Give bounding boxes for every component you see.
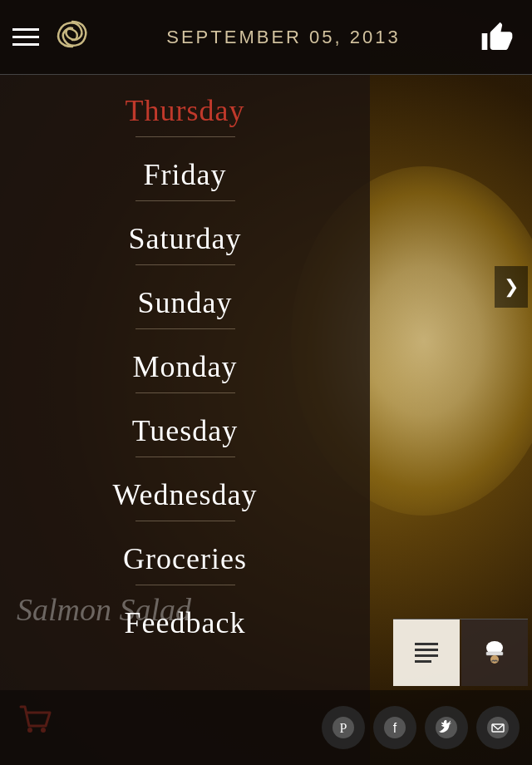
header: SEPTEMBER 05, 2013 (0, 0, 532, 75)
header-left (12, 13, 93, 61)
menu-list-button[interactable] (393, 619, 460, 686)
nav-divider (135, 328, 235, 329)
bottom-action-bar: P f (0, 690, 532, 765)
nav-label-tuesday: Tuesday (132, 413, 239, 448)
menu-list-icon (411, 638, 441, 668)
nav-item-friday[interactable]: Friday (0, 147, 370, 211)
nav-item-tuesday[interactable]: Tuesday (0, 403, 370, 467)
pinterest-icon: P (332, 716, 355, 739)
svg-text:f: f (393, 721, 397, 735)
svg-point-7 (490, 655, 499, 664)
nav-divider (135, 521, 235, 521)
nav-divider (135, 136, 235, 137)
nav-divider (135, 392, 235, 393)
svg-rect-1 (415, 649, 438, 651)
nav-item-groceries[interactable]: Groceries (0, 531, 370, 595)
twitter-icon (435, 716, 458, 739)
nav-item-thursday[interactable]: Thursday (0, 83, 370, 147)
svg-text:P: P (340, 721, 347, 735)
email-button[interactable] (476, 706, 520, 749)
nav-divider (135, 457, 235, 457)
nav-divider (135, 200, 235, 201)
nav-label-friday: Friday (144, 157, 227, 192)
nav-divider (135, 264, 235, 265)
twitter-button[interactable] (425, 706, 468, 749)
svg-rect-0 (415, 643, 438, 645)
svg-rect-2 (415, 654, 438, 657)
nav-item-sunday[interactable]: Sunday (0, 275, 370, 339)
thumbs-up-button[interactable] (474, 14, 520, 60)
dish-title-watermark: Salmon Salad (17, 591, 191, 628)
nav-item-monday[interactable]: Monday (0, 339, 370, 403)
svg-rect-6 (486, 652, 503, 655)
svg-rect-3 (415, 660, 431, 663)
nav-divider (135, 585, 235, 585)
facebook-icon: f (383, 716, 406, 739)
nav-item-saturday[interactable]: Saturday (0, 211, 370, 275)
nav-label-thursday: Thursday (126, 93, 245, 128)
day-navigation: Thursday Friday Saturday Sunday Monday T… (0, 75, 370, 659)
carousel-next-button[interactable]: ❯ (495, 266, 528, 308)
svg-point-15 (487, 717, 509, 738)
email-icon (486, 716, 510, 739)
nav-label-wednesday: Wednesday (112, 477, 257, 512)
nav-label-saturday: Saturday (129, 221, 242, 256)
hamburger-menu-button[interactable] (12, 28, 39, 46)
chef-profile-button[interactable] (461, 619, 528, 686)
action-squares-container (393, 619, 528, 686)
logo-swirl (52, 13, 93, 61)
chevron-right-icon: ❯ (504, 276, 519, 298)
nav-label-groceries: Groceries (123, 541, 247, 576)
nav-label-sunday: Sunday (138, 285, 233, 320)
header-date: SEPTEMBER 05, 2013 (93, 27, 474, 48)
pinterest-button[interactable]: P (322, 706, 365, 749)
chef-icon (480, 638, 510, 668)
nav-item-wednesday[interactable]: Wednesday (0, 467, 370, 531)
facebook-button[interactable]: f (373, 706, 416, 749)
nav-label-monday: Monday (133, 349, 238, 384)
